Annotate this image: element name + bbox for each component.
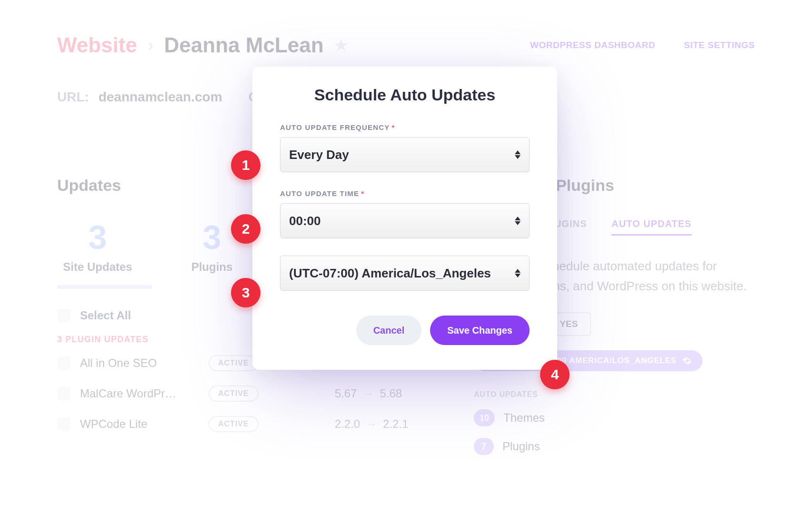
select-all-label: Select All <box>80 309 131 322</box>
time-value: 00:00 <box>289 214 321 228</box>
plugin-name: MalCare WordPr… <box>80 387 199 400</box>
checkbox-icon[interactable] <box>57 356 70 370</box>
active-tab-indicator <box>57 285 152 289</box>
url-value: deannamclean.com <box>99 89 222 104</box>
arrow-right-icon: → <box>362 387 374 400</box>
save-button[interactable]: Save Changes <box>430 316 530 345</box>
tab-auto-updates[interactable]: AUTO UPDATES <box>612 218 692 236</box>
version-change: 5.67 → 5.68 <box>335 387 402 400</box>
count-badge: 7 <box>474 438 494 455</box>
select-caret-icon <box>515 217 521 225</box>
gear-icon <box>682 356 692 366</box>
page-header: Website › Deanna McLean ★ WORDPRESS DASH… <box>57 33 755 57</box>
cancel-button[interactable]: Cancel <box>356 316 422 345</box>
chevron-right-icon: › <box>148 35 154 56</box>
plugins-count-row[interactable]: 7 Plugins <box>474 438 755 455</box>
frequency-label: AUTO UPDATE FREQUENCY* <box>280 123 530 131</box>
star-icon[interactable]: ★ <box>334 36 348 54</box>
modal-title: Schedule Auto Updates <box>280 86 530 104</box>
breadcrumb-root[interactable]: Website <box>57 33 137 57</box>
breadcrumb: Website › Deanna McLean ★ <box>57 33 348 57</box>
version-change: 2.2.0 → 2.2.1 <box>335 417 409 431</box>
select-caret-icon <box>515 150 521 159</box>
site-settings-link[interactable]: SITE SETTINGS <box>684 40 755 50</box>
modal-actions: Cancel Save Changes <box>280 316 530 345</box>
timezone-value: (UTC-07:00) America/Los_Angeles <box>289 266 491 281</box>
schedule-auto-updates-modal: Schedule Auto Updates AUTO UPDATE FREQUE… <box>252 67 557 370</box>
select-caret-icon <box>515 269 521 277</box>
count-label: Themes <box>503 411 545 425</box>
annotation-badge-2: 2 <box>231 214 261 244</box>
arrow-right-icon: → <box>366 417 377 431</box>
plugin-name: All in One SEO <box>80 356 199 370</box>
plugin-row[interactable]: MalCare WordPr… ACTIVE 5.67 → 5.68 <box>57 386 448 402</box>
timezone-select[interactable]: (UTC-07:00) America/Los_Angeles <box>280 256 530 291</box>
status-badge: ACTIVE <box>209 355 259 371</box>
checkbox-icon[interactable] <box>57 417 70 431</box>
stat-caption: Site Updates <box>57 260 138 274</box>
stat-caption: Plugins <box>171 260 252 274</box>
wordpress-dashboard-link[interactable]: WORDPRESS DASHBOARD <box>530 40 655 50</box>
plugin-row[interactable]: WPCode Lite ACTIVE 2.2.0 → 2.2.1 <box>57 416 448 432</box>
time-label: AUTO UPDATE TIME* <box>280 189 530 198</box>
count-label: Plugins <box>502 440 540 453</box>
annotation-badge-4: 4 <box>540 360 570 389</box>
themes-count-row[interactable]: 10 Themes <box>474 409 755 426</box>
annotation-badge-3: 3 <box>231 278 261 307</box>
stat-num: 3 <box>57 218 138 257</box>
stat-site-updates[interactable]: 3 Site Updates <box>57 218 138 289</box>
annotation-badge-1: 1 <box>231 150 261 180</box>
count-badge: 10 <box>474 409 495 426</box>
header-links: WORDPRESS DASHBOARD SITE SETTINGS <box>530 40 755 50</box>
time-select[interactable]: 00:00 <box>280 203 530 238</box>
auto-updates-sublabel: AUTO UPDATES <box>474 390 755 399</box>
checkbox-icon[interactable] <box>57 309 70 322</box>
breadcrumb-current: Deanna McLean <box>164 33 324 57</box>
frequency-select[interactable]: Every Day <box>280 137 530 172</box>
status-badge: ACTIVE <box>209 386 259 402</box>
plugin-name: WPCode Lite <box>80 417 199 431</box>
checkbox-icon[interactable] <box>57 387 70 400</box>
url-label: URL: <box>57 89 89 104</box>
status-badge: ACTIVE <box>209 416 259 432</box>
frequency-value: Every Day <box>289 148 349 162</box>
